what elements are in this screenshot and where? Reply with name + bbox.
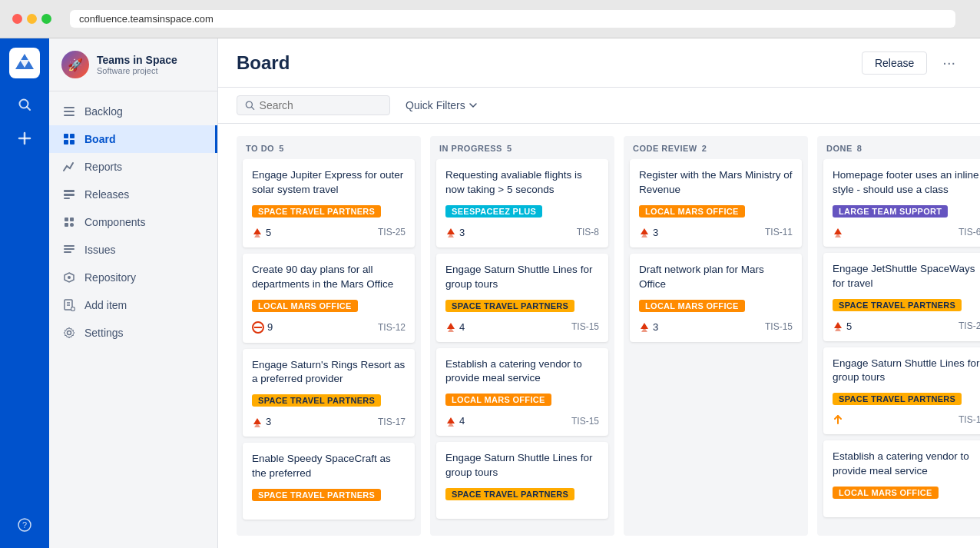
column-todo: TO DO 5 Engage Jupiter Express for outer…: [237, 136, 421, 536]
card-tag: Local Mars Office: [445, 394, 551, 406]
sidebar-item-issues[interactable]: Issues: [49, 236, 217, 264]
minimize-button[interactable]: [27, 14, 37, 24]
card[interactable]: Homepage footer uses an inline style - s…: [823, 159, 980, 247]
add-item-label: Add item: [84, 299, 127, 311]
sidebar-item-board[interactable]: Board: [49, 125, 217, 153]
card[interactable]: Engage Saturn's Rings Resort as a prefer…: [243, 349, 415, 437]
sidebar-item-reports[interactable]: Reports: [49, 153, 217, 181]
card-footer: 3 TIS-8: [445, 227, 599, 238]
gear-icon: [63, 327, 75, 339]
card-footer: 9 TIS-12: [252, 321, 406, 334]
add-item-icon-svg: [63, 299, 75, 311]
card[interactable]: Requesting avaliable flights is now taki…: [436, 159, 608, 247]
card-tag: SPACE TRAVEL PARTNERS: [252, 205, 381, 218]
priority-high-icon: [252, 227, 263, 237]
priority-count: 4: [459, 321, 465, 333]
column-header-inprogress: IN PROGRESS 5: [430, 136, 614, 159]
release-button[interactable]: Release: [862, 51, 927, 75]
svg-point-26: [68, 276, 71, 279]
card-title: Draft network plan for Mars Office: [639, 263, 793, 292]
card[interactable]: Register with the Mars Ministry of Reven…: [630, 159, 802, 247]
card[interactable]: Engage Jupiter Express for outer solar s…: [243, 159, 415, 247]
card[interactable]: Engage Saturn Shuttle Lines for group to…: [823, 347, 980, 435]
card[interactable]: Enable Speedy SpaceCraft as the preferre…: [243, 443, 415, 520]
svg-point-21: [70, 223, 74, 227]
address-bar[interactable]: confluence.teamsinspace.com: [70, 10, 955, 28]
card-id: TIS-11: [765, 227, 793, 237]
svg-point-33: [68, 331, 71, 335]
card-footer: 4 TIS-15: [445, 415, 599, 427]
card[interactable]: Draft network plan for Mars Office Local…: [630, 254, 802, 342]
repo-icon-svg: [63, 271, 75, 284]
sidebar-item-releases[interactable]: Releases: [49, 181, 217, 208]
priority-high-icon: [833, 320, 843, 331]
help-button[interactable]: ?: [11, 511, 38, 539]
card[interactable]: Establish a catering vendor to provide m…: [823, 440, 980, 517]
column-count-todo: 5: [279, 144, 284, 153]
sidebar-item-components[interactable]: Components: [49, 208, 217, 236]
card-title: Engage Saturn Shuttle Lines for group to…: [445, 263, 599, 292]
column-label-inprogress: IN PROGRESS: [439, 144, 502, 153]
card[interactable]: Engage JetShuttle SpaceWays for travel S…: [823, 253, 980, 341]
priority-high-icon: [445, 227, 456, 237]
card-footer: 5 TIS-23: [833, 320, 980, 332]
svg-rect-13: [64, 140, 68, 144]
column-header-done: DONE 8: [817, 136, 980, 159]
card[interactable]: Engage Saturn Shuttle Lines for group to…: [436, 254, 608, 342]
sidebar-item-add-item[interactable]: Add item: [49, 291, 217, 319]
sidebar-item-repository[interactable]: Repository: [49, 264, 217, 291]
card-id: TIS-15: [765, 321, 793, 332]
card-priority: 9: [252, 321, 273, 334]
search-input[interactable]: [260, 99, 382, 111]
card-tag: Space Travel Partners: [833, 299, 962, 311]
backlog-label: Backlog: [84, 105, 123, 118]
card-id: TIS-15: [571, 416, 599, 427]
svg-text:?: ?: [22, 520, 27, 530]
svg-rect-22: [64, 245, 74, 247]
project-name: Teams in Space: [97, 54, 177, 66]
create-button[interactable]: [11, 125, 38, 152]
column-label-done: DONE: [826, 144, 853, 153]
card[interactable]: Create 90 day plans for all departments …: [243, 254, 415, 343]
card-title: Homepage footer uses an inline style - s…: [833, 168, 980, 198]
board-grid-icon: [63, 133, 75, 145]
app-logo[interactable]: [9, 48, 40, 78]
reports-label: Reports: [84, 161, 122, 173]
priority-count: 4: [459, 415, 465, 427]
search-sidebar-button[interactable]: [11, 91, 38, 118]
page-title: Board: [237, 52, 853, 74]
search-icon: [18, 98, 31, 111]
chevron-down-icon: [468, 101, 478, 110]
svg-rect-9: [64, 111, 74, 112]
logo-icon: [14, 52, 35, 74]
close-button[interactable]: [12, 14, 22, 24]
search-box[interactable]: [237, 95, 390, 115]
card-tag: Space Travel Partners: [252, 489, 381, 501]
main-header: Board Release ···: [218, 38, 980, 88]
column-count-codereview: 2: [702, 144, 707, 153]
card[interactable]: Engage Saturn Shuttle Lines for group to…: [436, 442, 608, 519]
add-item-icon: [61, 297, 77, 313]
priority-up-icon: [833, 414, 843, 425]
sidebar-item-settings[interactable]: Settings: [49, 319, 217, 347]
card[interactable]: Establish a catering vendor to provide m…: [436, 348, 608, 437]
column-cards-todo: Engage Jupiter Express for outer solar s…: [237, 159, 421, 536]
card-title: Establish a catering vendor to provide m…: [833, 450, 980, 479]
card-id: TIS-15: [571, 321, 599, 332]
repository-label: Repository: [84, 271, 136, 284]
releases-icon: [61, 187, 77, 202]
column-cards-done: Homepage footer uses an inline style - s…: [817, 159, 980, 536]
card-id: TIS-12: [378, 322, 406, 333]
card-priority: 3: [252, 416, 271, 427]
card-footer: 4 TIS-15: [445, 321, 599, 333]
quick-filters-button[interactable]: Quick Filters: [399, 96, 484, 115]
plus-icon: [18, 131, 31, 145]
card-tag: Space Travel Partners: [445, 488, 574, 500]
svg-rect-11: [64, 134, 68, 138]
more-options-button[interactable]: ···: [936, 51, 962, 75]
svg-rect-19: [70, 218, 74, 221]
maximize-button[interactable]: [41, 14, 51, 24]
sidebar-item-backlog[interactable]: Backlog: [49, 98, 217, 125]
priority-count: 5: [846, 320, 852, 332]
card-tag: Local Mars Office: [639, 205, 745, 218]
